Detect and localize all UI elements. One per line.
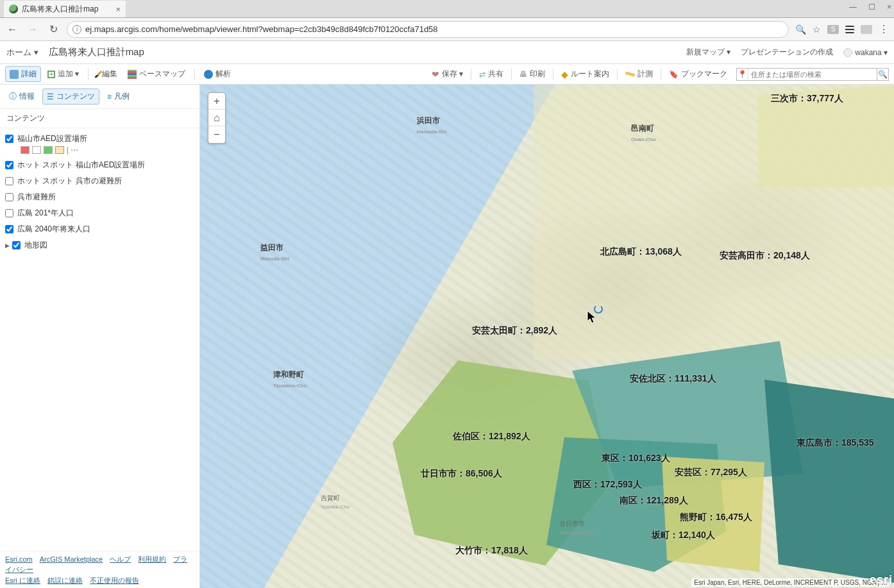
info-icon: ⓘ — [9, 91, 17, 102]
search-input[interactable] — [748, 69, 877, 80]
table-icon[interactable] — [32, 146, 41, 154]
new-map-dropdown[interactable]: 新規マップ ▾ — [686, 47, 730, 58]
footer-link[interactable]: Esri.com — [5, 555, 33, 563]
bookmark-button[interactable]: 🔖ブックマーク — [665, 67, 731, 81]
home-dropdown[interactable]: ホーム ▾ — [6, 47, 38, 58]
zoom-out-button[interactable]: − — [208, 126, 225, 143]
search-go-icon[interactable]: 🔍 — [877, 69, 888, 80]
style-icon[interactable] — [44, 146, 53, 154]
route-icon: ◆ — [561, 69, 568, 80]
maximize-icon[interactable]: ☐ — [868, 3, 875, 14]
add-button[interactable]: 追加 ▾ — [44, 67, 83, 81]
map-canvas[interactable]: 三次市：37,777人安芸高田市：20,148人北広島町：13,068人安芸太田… — [200, 85, 894, 588]
close-window-icon[interactable]: × — [887, 3, 891, 14]
population-label: 三次市：37,777人 — [771, 93, 843, 105]
create-presentation-link[interactable]: プレゼンテーションの作成 — [741, 47, 833, 58]
star-icon[interactable]: ☆ — [813, 24, 821, 35]
save-icon: ❤ — [432, 70, 439, 79]
esri-logo: esri — [870, 573, 893, 587]
population-label: 北広島町：13,068人 — [600, 246, 682, 258]
layer-label: ホット スポット 福山市AED設置場所 — [17, 160, 145, 171]
save-button[interactable]: ❤保存 ▾ — [428, 67, 467, 81]
browser-tab[interactable]: 広島将来人口推計map × — [4, 1, 126, 17]
tab-contents[interactable]: ☰コンテンツ — [42, 88, 99, 105]
layer-label: 広島 2040年将来人口 — [17, 224, 90, 235]
address-bar: ← → ↻ i ej.maps.arcgis.com/home/webmap/v… — [0, 18, 894, 41]
expand-icon[interactable]: ▶ — [5, 242, 10, 249]
layer-item[interactable]: 広島 2040年将来人口 — [5, 221, 194, 237]
layer-checkbox[interactable] — [12, 241, 21, 249]
tab-info[interactable]: ⓘ情報 — [5, 88, 38, 105]
filter-icon[interactable] — [55, 146, 64, 154]
forward-button: → — [26, 24, 40, 35]
layer-checkbox[interactable] — [5, 177, 13, 185]
analysis-button[interactable]: 解析 — [200, 67, 235, 81]
layer-checkbox[interactable] — [5, 225, 13, 233]
sidebar-footer: Esri.com ArcGIS Marketplace ヘルプ 利用規約 プライ… — [0, 551, 199, 589]
sidebar: ⓘ情報 ☰コンテンツ ≡凡例 コンテンツ 福山市AED設置場所| ⋯ホット スポ… — [0, 85, 200, 588]
search-box[interactable]: 📍 🔍 — [736, 68, 889, 81]
extension-grid-icon[interactable] — [861, 25, 872, 34]
map-attribution: Esri Japan, Esri, HERE, DeLorme, INCREME… — [691, 578, 890, 587]
account-dropdown[interactable]: wakana ▾ — [843, 48, 888, 57]
extension-list-icon[interactable] — [845, 26, 854, 33]
edit-button[interactable]: 編集 — [94, 67, 121, 81]
map-title: 広島将来人口推計map — [49, 46, 144, 58]
zoom-home-button[interactable]: ⌂ — [208, 110, 225, 126]
close-icon[interactable]: × — [115, 4, 121, 14]
back-button[interactable]: ← — [5, 24, 19, 35]
layer-item[interactable]: ▶地形図 — [5, 237, 194, 253]
account-name: wakana ▾ — [855, 48, 888, 57]
basemap-button[interactable]: ベースマップ — [124, 67, 189, 81]
layer-item[interactable]: 呉市避難所 — [5, 189, 194, 205]
layer-checkbox[interactable] — [5, 209, 13, 217]
layer-item[interactable]: ホット スポット 福山市AED設置場所 — [5, 157, 194, 173]
layer-checkbox[interactable] — [5, 193, 13, 201]
place-label: 邑南町Onan-Cho — [631, 123, 656, 143]
population-label: 南区：121,289人 — [620, 495, 688, 507]
browser-menu-icon[interactable]: ⋮ — [879, 23, 889, 35]
layer-label: 地形図 — [24, 240, 47, 251]
share-icon: ⇄ — [479, 70, 485, 79]
layer-item[interactable]: ホット スポット 呉市の避難所 — [5, 173, 194, 189]
layer-label: 呉市避難所 — [17, 192, 56, 203]
layer-item[interactable]: 福山市AED設置場所 — [5, 131, 194, 147]
footer-link[interactable]: ヘルプ — [110, 555, 131, 563]
detail-icon — [10, 70, 19, 79]
layer-checkbox[interactable] — [5, 135, 13, 143]
measure-button[interactable]: 📏計測 — [621, 67, 657, 81]
loading-spinner-icon — [594, 305, 603, 314]
population-label: 大竹市：17,818人 — [455, 545, 528, 557]
footer-link[interactable]: 錯誤に連絡 — [47, 576, 83, 584]
pin-icon[interactable]: 📍 — [737, 69, 748, 80]
directions-button[interactable]: ◆ルート案内 — [557, 67, 613, 81]
footer-link[interactable]: Esri に連絡 — [5, 576, 40, 584]
footer-link[interactable]: 不正使用の報告 — [90, 576, 139, 584]
layer-label: 広島 201*年人口 — [17, 208, 74, 219]
layer-item[interactable]: 広島 201*年人口 — [5, 205, 194, 221]
sidebar-tabs: ⓘ情報 ☰コンテンツ ≡凡例 — [0, 85, 199, 109]
extension-s-icon[interactable]: S — [827, 25, 839, 34]
search-in-page-icon[interactable]: 🔍 — [795, 24, 806, 35]
place-label: 浜田市Hamada-Shi — [417, 115, 446, 135]
site-info-icon[interactable]: i — [72, 25, 81, 34]
more-options-icon[interactable]: | ⋯ — [67, 146, 78, 155]
tab-legend[interactable]: ≡凡例 — [103, 88, 133, 105]
print-button[interactable]: 🖶印刷 — [516, 67, 549, 81]
contents-heading: コンテンツ — [0, 109, 199, 128]
layer-checkbox[interactable] — [5, 161, 13, 169]
legend-swatch-icon[interactable] — [21, 146, 30, 154]
minimize-icon[interactable]: — — [849, 3, 857, 14]
window-controls: — ☐ × — [849, 3, 891, 14]
url-box[interactable]: i ej.maps.arcgis.com/home/webmap/viewer.… — [67, 21, 789, 38]
footer-link[interactable]: 利用規約 — [138, 555, 166, 563]
detail-button[interactable]: 詳細 — [5, 66, 41, 82]
share-button[interactable]: ⇄共有 — [475, 67, 507, 81]
layer-label: ホット スポット 呉市の避難所 — [17, 176, 122, 187]
layer-tools: | ⋯ — [5, 146, 194, 155]
zoom-in-button[interactable]: + — [208, 93, 225, 110]
map-toolbar: 詳細 追加 ▾ 編集 ベースマップ 解析 ❤保存 ▾ ⇄共有 🖶印刷 ◆ルート案… — [0, 64, 894, 85]
population-label: 西区：172,593人 — [573, 479, 642, 491]
footer-link[interactable]: ArcGIS Marketplace — [40, 555, 103, 563]
reload-button[interactable]: ↻ — [46, 23, 60, 35]
